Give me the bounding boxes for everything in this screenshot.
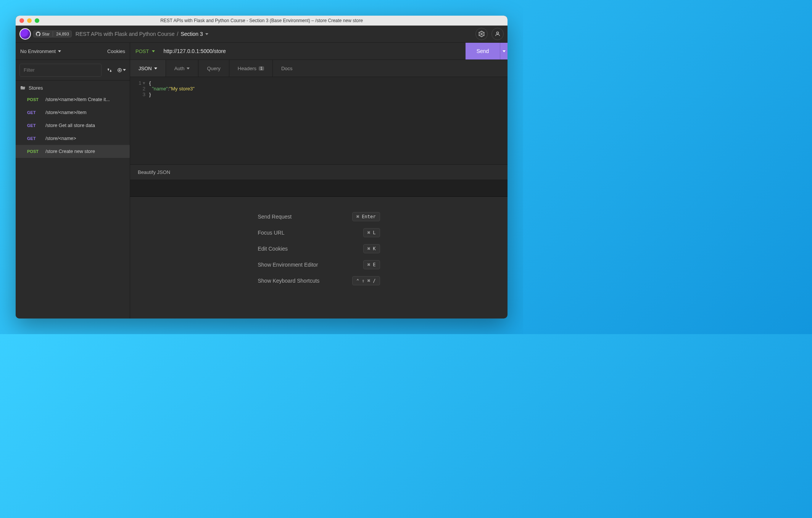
headers-count-badge: 1: [259, 66, 264, 71]
request-tabs: JSON Auth Query Headers 1 Docs: [130, 60, 508, 77]
request-path: /store Get all store data: [45, 123, 95, 128]
app-logo-icon: [19, 28, 31, 40]
tab-query[interactable]: Query: [198, 60, 229, 77]
tab-docs[interactable]: Docs: [273, 60, 301, 77]
shortcut-row: Show Keyboard Shortcuts⌃ ⇧ ⌘ /: [258, 276, 380, 285]
line-number: 3: [130, 92, 149, 97]
app-toolbar: Star 24,893 REST APIs with Flask and Pyt…: [16, 26, 508, 43]
method-selector[interactable]: POST: [130, 43, 160, 60]
tab-body[interactable]: JSON: [130, 60, 166, 77]
github-star-label: Star: [42, 32, 50, 36]
code-token: "My store3": [169, 86, 195, 92]
request-path: /store/<name>: [45, 136, 76, 141]
user-icon: [495, 31, 501, 37]
chevron-down-icon: [503, 50, 506, 52]
folder-label: Stores: [29, 85, 43, 91]
request-method: POST: [27, 97, 42, 102]
url-input[interactable]: [160, 43, 466, 60]
beautify-json-button[interactable]: Beautify JSON: [130, 165, 508, 180]
environment-selector[interactable]: No Environment: [20, 48, 61, 54]
chevron-down-icon[interactable]: [205, 33, 208, 35]
main-panel: POST Send JSON Auth: [130, 43, 508, 319]
send-button[interactable]: Send: [466, 43, 500, 60]
request-method: GET: [27, 110, 42, 115]
request-item[interactable]: GET/store Get all store data: [16, 119, 130, 132]
settings-button[interactable]: [475, 28, 488, 40]
chevron-down-icon: [123, 69, 126, 71]
github-icon: [36, 32, 40, 36]
close-window-button[interactable]: [19, 18, 24, 23]
request-method: GET: [27, 123, 42, 128]
code-token: "name": [152, 86, 168, 92]
request-path: /store/<name>/item Create it...: [45, 97, 110, 102]
environment-row: No Environment Cookies: [16, 43, 130, 60]
folder-open-icon: [20, 85, 26, 91]
add-button[interactable]: [118, 68, 126, 72]
shortcut-key: ⌘ Enter: [352, 212, 380, 221]
tab-body-label: JSON: [139, 66, 152, 71]
github-star-badge[interactable]: Star 24,893: [33, 31, 72, 37]
gear-icon: [478, 31, 485, 37]
request-list: POST/store/<name>/item Create it...GET/s…: [16, 93, 130, 158]
shortcut-row: Edit Cookies⌘ K: [258, 244, 380, 253]
tab-auth-label: Auth: [174, 66, 185, 71]
shortcut-row: Show Environment Editor⌘ E: [258, 260, 380, 269]
sort-button[interactable]: [105, 68, 114, 72]
shortcut-key: ⌘ K: [363, 244, 380, 253]
titlebar: REST APIs with Flask and Python Course -…: [16, 16, 508, 26]
environment-label: No Environment: [20, 48, 56, 54]
tab-query-label: Query: [207, 66, 220, 71]
shortcut-label: Focus URL: [258, 230, 285, 236]
url-bar: POST Send: [130, 43, 508, 60]
tab-docs-label: Docs: [281, 66, 293, 71]
window-title: REST APIs with Flask and Python Course -…: [16, 18, 508, 23]
shortcut-row: Send Request⌘ Enter: [258, 212, 380, 221]
traffic-lights: [19, 18, 39, 23]
breadcrumb-project[interactable]: REST APIs with Flask and Python Course: [76, 31, 175, 37]
line-number: 2: [130, 86, 149, 92]
request-path: /store Create new store: [45, 149, 95, 154]
request-item[interactable]: POST/store/<name>/item Create it...: [16, 93, 130, 106]
app-window: REST APIs with Flask and Python Course -…: [16, 16, 508, 319]
send-options-button[interactable]: [500, 43, 508, 60]
filter-row: [16, 60, 130, 80]
tab-headers-label: Headers: [238, 66, 256, 71]
code-token: {: [149, 80, 151, 86]
shortcut-key: ⌘ E: [363, 260, 380, 269]
plus-circle-icon: [118, 68, 122, 72]
chevron-down-icon: [152, 50, 155, 52]
tab-headers[interactable]: Headers 1: [229, 60, 273, 77]
folder-stores[interactable]: Stores: [16, 80, 130, 93]
shortcut-label: Edit Cookies: [258, 246, 288, 252]
minimize-window-button[interactable]: [27, 18, 32, 23]
shortcut-label: Send Request: [258, 214, 292, 220]
maximize-window-button[interactable]: [35, 18, 39, 23]
beautify-label: Beautify JSON: [138, 169, 170, 175]
chevron-down-icon: [187, 68, 190, 69]
body-editor[interactable]: 1 ▾ { 2 .. "name": "My store3" 3 }: [130, 77, 508, 165]
request-method: POST: [27, 149, 42, 154]
cookies-button[interactable]: Cookies: [107, 48, 125, 54]
request-method: GET: [27, 136, 42, 141]
filter-input[interactable]: [19, 64, 102, 77]
request-item[interactable]: POST/store Create new store: [16, 145, 130, 158]
sort-icon: [107, 68, 112, 72]
github-star-count: 24,893: [56, 32, 69, 36]
request-item[interactable]: GET/store/<name>/item: [16, 106, 130, 119]
breadcrumb-current[interactable]: Section 3: [180, 31, 203, 37]
tab-auth[interactable]: Auth: [166, 60, 199, 77]
shortcut-key: ⌃ ⇧ ⌘ /: [352, 276, 380, 285]
breadcrumb-separator: /: [177, 31, 178, 37]
response-bar: [130, 180, 508, 197]
account-button[interactable]: [491, 28, 504, 40]
shortcuts-panel: Send Request⌘ EnterFocus URL⌘ LEdit Cook…: [130, 197, 508, 319]
chevron-down-icon: [58, 50, 61, 52]
shortcut-row: Focus URL⌘ L: [258, 228, 380, 237]
shortcut-label: Show Keyboard Shortcuts: [258, 278, 320, 284]
breadcrumb: REST APIs with Flask and Python Course /…: [76, 31, 208, 37]
chevron-down-icon: [154, 68, 157, 69]
request-path: /store/<name>/item: [45, 110, 87, 115]
code-token: }: [149, 92, 151, 97]
method-label: POST: [135, 48, 149, 54]
request-item[interactable]: GET/store/<name>: [16, 132, 130, 145]
